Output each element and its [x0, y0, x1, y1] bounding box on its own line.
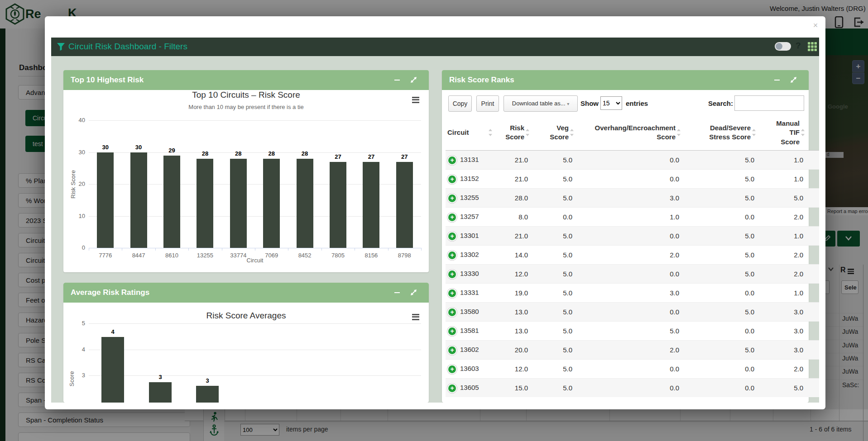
minimize-icon[interactable]	[394, 80, 400, 81]
score-cell: 5.0	[682, 340, 757, 359]
x-tick-mark	[355, 248, 355, 251]
bar-risk-score[interactable]	[330, 162, 346, 248]
column-header-line: Score	[532, 133, 569, 142]
x-tick-label: 8452	[289, 252, 321, 259]
column-header[interactable]: Overhang/EncroachmentScore	[575, 115, 682, 150]
x-tick-label: 7776	[90, 252, 121, 259]
table-row[interactable]: +1325528.05.03.05.05.05.0	[446, 188, 819, 207]
score-cell: 5.0	[806, 169, 819, 188]
table-row[interactable]: +1360312.05.00.00.02.00.0	[446, 359, 819, 378]
bar-risk-score[interactable]	[97, 152, 114, 248]
table-row[interactable]: +1330121.05.00.05.01.05.0	[446, 226, 819, 245]
table-row[interactable]: +1330214.05.02.05.02.00.0	[446, 245, 819, 264]
score-cell: 5.0	[682, 169, 757, 188]
search-label: Search:	[708, 100, 733, 107]
sort-up-icon	[570, 129, 574, 131]
sort-down-icon	[752, 134, 756, 136]
bar-risk-score[interactable]	[263, 159, 280, 248]
table-row[interactable]: +1315221.05.00.05.01.05.0	[446, 169, 819, 188]
circuit-cell: +13301	[446, 226, 494, 245]
sort-down-icon	[570, 134, 574, 136]
expand-row-icon[interactable]: +	[448, 327, 456, 335]
score-cell: 3.0	[757, 340, 806, 359]
expand-icon[interactable]	[410, 289, 417, 296]
minimize-icon[interactable]	[394, 292, 400, 293]
score-cell: 15.0	[494, 378, 531, 397]
column-header[interactable]: ManualTIFScore	[757, 115, 806, 150]
table-row[interactable]: +1313121.05.00.05.01.05.0	[446, 150, 819, 169]
table-row[interactable]: +1333012.05.00.05.02.00.0	[446, 264, 819, 283]
expand-row-icon[interactable]: +	[448, 346, 456, 354]
expand-row-icon[interactable]: +	[448, 270, 456, 278]
bar-average-score[interactable]	[196, 386, 219, 403]
expand-row-icon[interactable]: +	[448, 384, 456, 392]
expand-icon[interactable]	[790, 76, 797, 83]
bar-risk-score[interactable]	[130, 152, 147, 248]
column-header[interactable]: RiskScore	[494, 115, 531, 150]
minimize-icon[interactable]	[774, 80, 780, 81]
bar-value-label: 3	[198, 377, 216, 384]
chart-title: Risk Score Averages	[63, 311, 429, 321]
table-page-size-select[interactable]: 15	[600, 96, 622, 110]
y-tick-label: 4	[72, 346, 85, 353]
download-table-button[interactable]: Download table as... ▾	[504, 95, 578, 112]
sort-icon	[752, 128, 756, 137]
sort-down-icon	[526, 134, 529, 136]
circuit-id: 13581	[460, 327, 479, 334]
close-icon[interactable]: ×	[810, 21, 821, 32]
column-header[interactable]: Circuit	[446, 115, 494, 150]
score-cell: 2.0	[757, 264, 806, 283]
expand-row-icon[interactable]: +	[448, 194, 456, 202]
expand-row-icon[interactable]: +	[448, 308, 456, 316]
expand-row-icon[interactable]: +	[448, 232, 456, 240]
copy-button[interactable]: Copy	[448, 95, 472, 112]
table-row[interactable]: +1333119.05.03.00.01.05.0	[446, 283, 819, 302]
score-cell: 5.0	[682, 226, 757, 245]
score-cell: 0.0	[806, 245, 819, 264]
sort-down-icon	[489, 134, 492, 136]
expand-row-icon[interactable]: +	[448, 175, 456, 183]
chart-menu-icon[interactable]	[412, 95, 419, 104]
grid-layout-icon[interactable]	[807, 42, 817, 52]
table-row[interactable]: +1360515.05.00.00.05.00.0	[446, 378, 819, 397]
column-header-line: Risk	[494, 123, 524, 133]
table-row[interactable]: +1360220.05.02.05.03.05.0	[446, 340, 819, 359]
table-row[interactable]: +1358013.05.00.05.03.00.0	[446, 302, 819, 321]
toggle-switch[interactable]	[775, 42, 791, 51]
circuit-id: 13302	[460, 251, 479, 258]
column-header-line: Score	[494, 133, 524, 142]
score-cell: 12.0	[494, 264, 531, 283]
score-cell: 5.0	[531, 378, 575, 397]
bar-risk-score[interactable]	[363, 162, 379, 248]
bar-risk-score[interactable]	[230, 159, 247, 248]
table-row[interactable]: +1358113.05.05.00.03.00.0	[446, 321, 819, 340]
bar-average-score[interactable]	[149, 382, 172, 403]
expand-row-icon[interactable]: +	[448, 365, 456, 373]
expand-row-icon[interactable]: +	[448, 213, 456, 221]
table-search-input[interactable]	[734, 95, 804, 111]
bar-risk-score[interactable]	[197, 159, 213, 248]
bar-average-score[interactable]	[101, 337, 124, 403]
column-header[interactable]: RecentOutageScore	[806, 115, 819, 150]
column-header[interactable]: VegScore	[531, 115, 575, 150]
bar-risk-score[interactable]	[163, 156, 180, 248]
bar-risk-score[interactable]	[297, 159, 313, 248]
bar-value-label: 30	[129, 144, 148, 151]
column-header[interactable]: Dead/SevereStress Score	[682, 115, 757, 150]
circuit-cell: +13602	[446, 340, 494, 359]
score-cell: 0.0	[806, 321, 819, 340]
bar-risk-score[interactable]	[396, 162, 413, 248]
expand-row-icon[interactable]: +	[448, 156, 456, 164]
score-cell: 5.0	[757, 378, 806, 397]
sort-icon	[677, 128, 681, 137]
modal-content: Top 10 Highest Risk Top 10 Circuits – Ri…	[51, 56, 819, 403]
chart-menu-icon[interactable]	[412, 313, 419, 321]
circuit-cell: +13255	[446, 188, 494, 207]
help-icon[interactable]: ?	[796, 41, 801, 51]
expand-row-icon[interactable]: +	[448, 289, 456, 297]
score-cell: 5.0	[806, 340, 819, 359]
table-row[interactable]: +132578.00.01.00.02.00.0	[446, 207, 819, 226]
expand-icon[interactable]	[410, 76, 417, 83]
expand-row-icon[interactable]: +	[448, 251, 456, 259]
print-button[interactable]: Print	[476, 95, 499, 112]
